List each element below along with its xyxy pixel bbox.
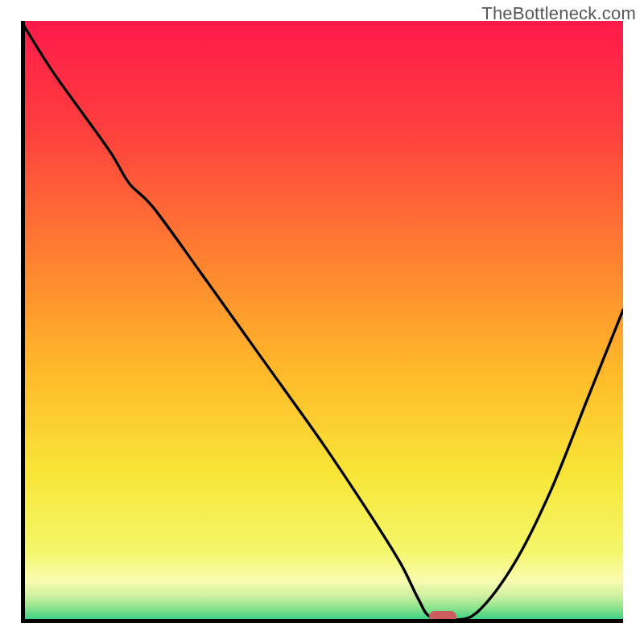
- svg-rect-0: [21, 21, 623, 623]
- optimal-point-marker: [429, 611, 456, 622]
- chart-container: TheBottleneck.com: [0, 0, 644, 644]
- heatmap-background: [21, 21, 623, 623]
- plot-area: [21, 21, 623, 623]
